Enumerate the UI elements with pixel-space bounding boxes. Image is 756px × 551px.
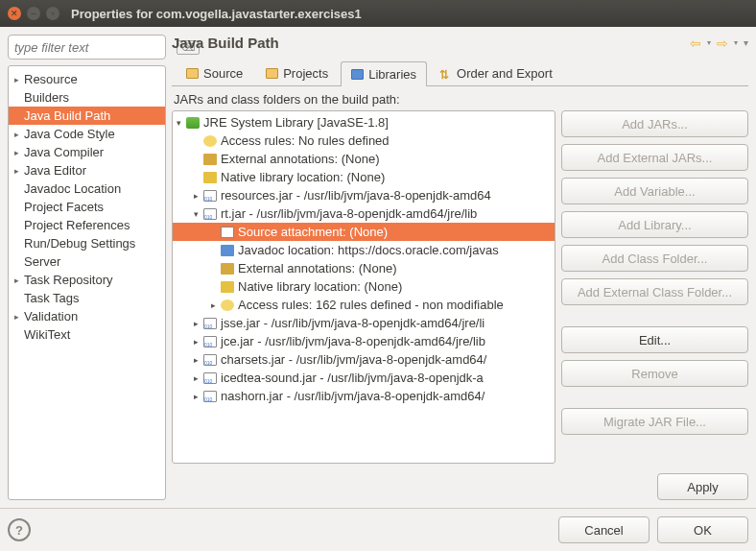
close-icon[interactable]: ✕ — [8, 7, 21, 20]
nav-label: Run/Debug Settings — [24, 236, 135, 251]
tree-node[interactable]: Access rules: No rules defined — [173, 132, 555, 150]
minimize-icon[interactable]: – — [27, 7, 40, 20]
library-icon — [351, 69, 364, 80]
tab-order[interactable]: ⇅Order and Export — [429, 60, 563, 85]
tree-node[interactable]: External annotations: (None) — [173, 259, 555, 277]
ok-button[interactable]: OK — [657, 516, 748, 543]
nav-item-builders[interactable]: Builders — [9, 88, 165, 107]
order-icon: ⇅ — [439, 68, 452, 79]
nav-item-project-facets[interactable]: Project Facets — [9, 198, 165, 216]
tree-label: Access rules: No rules defined — [221, 133, 390, 148]
folder-icon — [186, 68, 199, 79]
tab-projects[interactable]: Projects — [255, 60, 339, 85]
filter-box[interactable]: ⌫ — [8, 35, 166, 60]
tree-label: rt.jar - /usr/lib/jvm/java-8-openjdk-amd… — [221, 206, 477, 221]
nav-item-java-build-path[interactable]: Java Build Path — [9, 107, 165, 125]
nav-item-javadoc-location[interactable]: Javadoc Location — [9, 180, 165, 198]
nav-label: Resource — [24, 72, 78, 86]
expand-icon: ▸ — [14, 75, 24, 84]
migrate-jar-button[interactable]: Migrate JAR File... — [561, 408, 748, 435]
tree-node[interactable]: ▸icedtea-sound.jar - /usr/lib/jvm/java-8… — [173, 369, 555, 387]
nav-label: Validation — [24, 309, 78, 323]
tree-root[interactable]: ▾JRE System Library [JavaSE-1.8] — [173, 113, 555, 132]
libraries-tree[interactable]: ▾JRE System Library [JavaSE-1.8]Access r… — [172, 110, 555, 464]
expand-icon: ▸ — [14, 312, 24, 322]
help-icon[interactable]: ? — [8, 518, 31, 541]
tab-libraries[interactable]: Libraries — [341, 61, 427, 86]
nav-label: Server — [24, 254, 60, 269]
nav-label: Task Tags — [24, 291, 80, 305]
nav-label: Java Editor — [24, 163, 86, 178]
annot-icon — [203, 154, 217, 165]
forward-icon[interactable]: ⇨ — [717, 36, 728, 51]
expand-icon: ▸ — [194, 319, 203, 328]
view-menu-icon[interactable]: ▾ — [744, 37, 748, 48]
doc-icon — [221, 245, 234, 256]
tree-node[interactable]: Javadoc location: https://docs.oracle.co… — [173, 241, 555, 259]
nav-label: Java Build Path — [24, 108, 110, 123]
tree-label: External annotations: (None) — [221, 152, 379, 166]
jar-icon — [203, 208, 217, 220]
add-library-button[interactable]: Add Library... — [561, 211, 748, 238]
expand-icon: ▸ — [194, 392, 203, 401]
library-icon — [186, 117, 200, 129]
tree-node[interactable]: ▸charsets.jar - /usr/lib/jvm/java-8-open… — [173, 350, 555, 369]
nav-item-java-code-style[interactable]: ▸Java Code Style — [9, 125, 165, 143]
tree-label: icedtea-sound.jar - /usr/lib/jvm/java-8-… — [221, 371, 484, 385]
back-menu-icon[interactable]: ▾ — [707, 38, 711, 47]
nav-label: Javadoc Location — [24, 181, 121, 196]
tree-node[interactable]: ▸resources.jar - /usr/lib/jvm/java-8-ope… — [173, 186, 555, 204]
page-title: Java Build Path — [172, 35, 690, 51]
rule-icon — [221, 299, 234, 311]
edit-button[interactable]: Edit... — [561, 326, 748, 353]
sidebar: ⌫ ▸ResourceBuildersJava Build Path▸Java … — [8, 35, 166, 500]
tab-source[interactable]: Source — [176, 60, 253, 85]
back-icon[interactable]: ⇦ — [690, 36, 701, 51]
tree-node[interactable]: ▸nashorn.jar - /usr/lib/jvm/java-8-openj… — [173, 387, 555, 405]
remove-button[interactable]: Remove — [561, 360, 748, 387]
nav-item-resource[interactable]: ▸Resource — [9, 70, 165, 88]
nav-label: Java Compiler — [24, 145, 104, 159]
jar-icon — [203, 354, 217, 366]
cancel-button[interactable]: Cancel — [558, 516, 650, 543]
tree-node[interactable]: Source attachment: (None) — [173, 223, 555, 241]
nav-item-java-editor[interactable]: ▸Java Editor — [9, 161, 165, 180]
tree-node[interactable]: ▸jsse.jar - /usr/lib/jvm/java-8-openjdk-… — [173, 314, 555, 332]
nav-item-validation[interactable]: ▸Validation — [9, 307, 165, 325]
nav-label: Project References — [24, 218, 130, 232]
apply-button[interactable]: Apply — [657, 473, 748, 500]
add-jars-button[interactable]: Add JARs... — [561, 110, 748, 137]
nav-item-run-debug-settings[interactable]: Run/Debug Settings — [9, 234, 165, 252]
expand-icon: ▸ — [194, 191, 203, 201]
tree-node[interactable]: Native library location: (None) — [173, 277, 555, 296]
nav-item-task-repository[interactable]: ▸Task Repository — [9, 271, 165, 289]
nav-item-server[interactable]: Server — [9, 252, 165, 271]
tree-node[interactable]: ▸jce.jar - /usr/lib/jvm/java-8-openjdk-a… — [173, 332, 555, 350]
nav-label: Project Facets — [24, 200, 104, 214]
tree-node[interactable]: ▾rt.jar - /usr/lib/jvm/java-8-openjdk-am… — [173, 204, 555, 223]
tab-description: JARs and class folders on the build path… — [174, 92, 748, 107]
add-external-jars-button[interactable]: Add External JARs... — [561, 144, 748, 171]
add-external-class-folder-button[interactable]: Add External Class Folder... — [561, 278, 748, 305]
nav-label: WikiText — [24, 327, 70, 342]
maximize-icon[interactable]: ▫ — [46, 7, 59, 20]
nav-item-java-compiler[interactable]: ▸Java Compiler — [9, 143, 165, 161]
expand-icon: ▸ — [194, 337, 203, 347]
tree-node[interactable]: Native library location: (None) — [173, 168, 555, 186]
nav-item-task-tags[interactable]: Task Tags — [9, 289, 165, 307]
add-variable-button[interactable]: Add Variable... — [561, 178, 748, 204]
filter-input[interactable] — [14, 40, 177, 55]
jar-icon — [203, 318, 217, 329]
tree-label: Javadoc location: https://docs.oracle.co… — [238, 243, 499, 257]
side-buttons: Add JARs... Add External JARs... Add Var… — [561, 110, 748, 464]
footer: ? Cancel OK — [0, 508, 756, 551]
tree-node[interactable]: External annotations: (None) — [173, 150, 555, 168]
nav-item-wikitext[interactable]: WikiText — [9, 325, 165, 344]
forward-menu-icon[interactable]: ▾ — [734, 38, 738, 47]
add-class-folder-button[interactable]: Add Class Folder... — [561, 245, 748, 272]
nav-item-project-references[interactable]: Project References — [9, 216, 165, 234]
tree-node[interactable]: ▸Access rules: 162 rules defined - non m… — [173, 296, 555, 314]
tree-label: nashorn.jar - /usr/lib/jvm/java-8-openjd… — [221, 389, 484, 403]
rule-icon — [203, 135, 217, 147]
nav-label: Builders — [24, 90, 69, 105]
